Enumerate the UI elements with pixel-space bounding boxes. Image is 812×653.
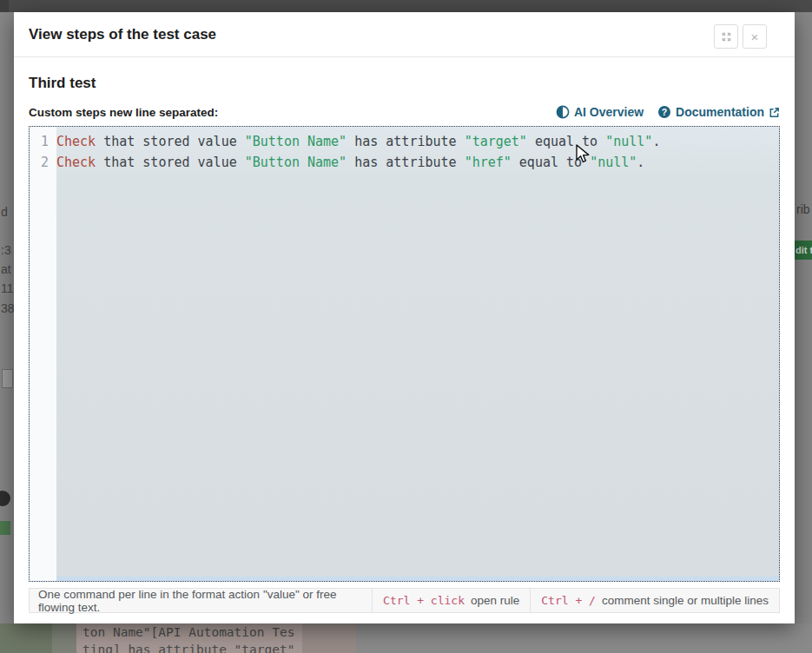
edit-test-button-fragment: dit t (795, 241, 812, 260)
backdrop-code-fragment: ton Name"[API Automation Tes ting] has a… (83, 623, 360, 653)
modal-title: View steps of the test case (29, 26, 782, 43)
editor-hint-bar: One command per line in the format actio… (29, 588, 780, 613)
shortcut-ctrl-slash: Ctrl + / (541, 594, 596, 607)
backdrop-text-fragment: at (1, 262, 11, 276)
close-button[interactable]: × (743, 24, 767, 49)
backdrop-right-strip: rib dit t (795, 12, 812, 623)
shortcut-ctrl-slash-label: comment single or multiple lines (602, 594, 769, 607)
view-steps-modal: View steps of the test case × Third test… (14, 12, 795, 623)
backdrop-widget-fragment (2, 369, 13, 388)
code-line[interactable]: Check that stored value "Button Name" ha… (56, 131, 779, 152)
backdrop-text-fragment: 384 (1, 301, 14, 315)
documentation-label: Documentation (676, 105, 764, 119)
format-hint: One command per line in the format actio… (30, 589, 372, 612)
ai-overview-icon (556, 105, 570, 119)
backdrop-green-fragment (0, 521, 10, 535)
shortcut-ctrl-click: Ctrl + click (383, 594, 465, 607)
help-circle-icon: ? (657, 105, 671, 119)
test-case-name: Third test (29, 75, 780, 92)
ai-overview-label: AI Overview (574, 105, 644, 119)
line-number-gutter: 12 (30, 127, 56, 581)
custom-steps-label: Custom steps new line separated: (29, 106, 218, 119)
backdrop-bottom-strip: ton Name"[API Automation Tes ting] has a… (0, 623, 812, 653)
maximize-button[interactable] (714, 24, 738, 49)
backdrop-text-fragment: :3 (1, 243, 11, 257)
line-number: 2 (30, 152, 56, 173)
ai-overview-link[interactable]: AI Overview (556, 105, 644, 119)
steps-code-editor[interactable]: 12 Check that stored value "Button Name"… (29, 126, 780, 582)
svg-text:?: ? (662, 107, 667, 117)
backdrop-bottom-strip-a (52, 623, 76, 653)
shortcut-ctrl-click-label: open rule (471, 594, 519, 607)
modal-header: View steps of the test case × (14, 12, 795, 57)
backdrop-top-strip (0, 0, 812, 12)
backdrop-right-text-fragment: rib (796, 202, 810, 216)
backdrop-avatar-fragment (0, 491, 10, 506)
backdrop-text-fragment: d (1, 205, 8, 219)
expand-arrows-icon (720, 30, 733, 43)
backdrop-bottom-green (0, 623, 52, 653)
backdrop-left-strip: d:3at11:384 (0, 12, 14, 623)
line-number: 1 (30, 131, 56, 152)
modal-body: Third test Custom steps new line separat… (14, 57, 795, 623)
horizontal-scrollbar[interactable] (56, 577, 779, 581)
code-area[interactable]: Check that stored value "Button Name" ha… (56, 127, 779, 581)
documentation-link[interactable]: ? Documentation (657, 105, 780, 119)
external-link-icon (769, 107, 780, 118)
backdrop-text-fragment: 11: (1, 281, 14, 295)
code-line[interactable]: Check that stored value "Button Name" ha… (56, 152, 779, 173)
close-icon: × (751, 30, 759, 43)
